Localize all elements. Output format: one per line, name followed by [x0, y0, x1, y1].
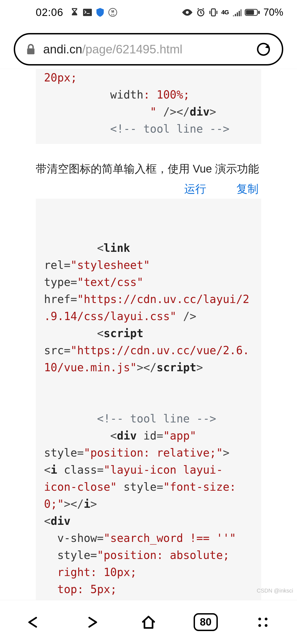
url-host: andi.cn	[43, 42, 82, 56]
svg-point-13	[258, 624, 261, 627]
svg-rect-0	[83, 9, 92, 16]
menu-button[interactable]	[244, 611, 282, 633]
vibrate-icon	[209, 8, 218, 17]
code-text: 20px;	[44, 71, 77, 84]
copy-link[interactable]: 复制	[237, 181, 258, 197]
battery-pct: 70%	[263, 7, 283, 18]
svg-point-12	[265, 618, 268, 620]
network-icon: 4G	[221, 10, 229, 15]
home-button[interactable]	[129, 611, 168, 633]
battery-icon	[245, 9, 260, 16]
svg-rect-8	[246, 10, 254, 15]
alarm-icon	[196, 8, 205, 17]
back-button[interactable]	[15, 611, 53, 633]
status-bar: 02:06 M京东 4G 70%	[0, 0, 297, 25]
hourglass-icon	[70, 7, 79, 17]
page-content[interactable]: 20px; width: 100%; " /></div> <!-- tool …	[0, 69, 297, 614]
description-text: 带清空图标的简单输入框，使用 Vue 演示功能	[36, 160, 261, 177]
tabs-button[interactable]: 80	[186, 611, 225, 633]
svg-rect-6	[211, 9, 215, 16]
svg-rect-9	[258, 11, 260, 14]
code-block-1: 20px; width: 100%; " /></div> <!-- tool …	[36, 69, 261, 144]
reload-icon[interactable]	[256, 42, 271, 57]
app-badge-icon: M京东	[108, 8, 117, 17]
watermark: CSDN @inksci	[257, 588, 293, 594]
eye-icon	[182, 9, 193, 16]
code-block-2: <link rel="stylesheet" type="text/css" h…	[36, 199, 261, 604]
lock-icon	[26, 44, 35, 55]
tab-count: 80	[194, 613, 218, 631]
svg-text:京东: 京东	[111, 14, 115, 16]
run-link[interactable]: 运行	[184, 181, 206, 197]
svg-point-4	[186, 11, 189, 14]
signal-icon	[232, 9, 241, 16]
status-right: 4G 70%	[182, 7, 283, 18]
svg-text:M: M	[111, 10, 114, 13]
code-actions: 运行 复制	[36, 180, 261, 199]
bottom-nav: 80	[0, 600, 297, 644]
svg-point-11	[258, 618, 261, 620]
clock: 02:06	[36, 7, 63, 18]
url-path: /page/621495.html	[82, 42, 183, 56]
status-left: 02:06 M京东	[36, 7, 117, 18]
forward-button[interactable]	[72, 611, 111, 633]
shield-icon	[96, 8, 104, 17]
svg-point-14	[265, 624, 268, 627]
svg-rect-10	[27, 48, 35, 54]
address-bar[interactable]: andi.cn/page/621495.html	[14, 33, 283, 66]
url-text: andi.cn/page/621495.html	[43, 42, 248, 56]
network-label: 4G	[221, 10, 229, 15]
address-bar-container: andi.cn/page/621495.html	[0, 25, 297, 69]
terminal-icon	[83, 8, 92, 17]
